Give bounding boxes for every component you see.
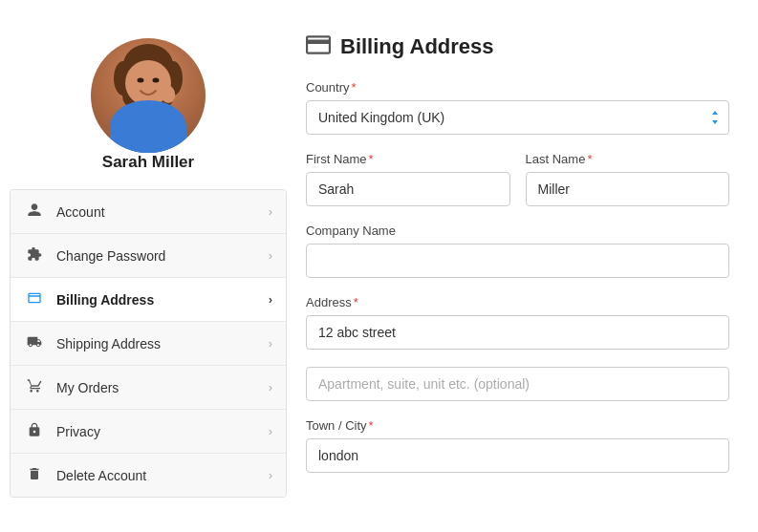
person-icon xyxy=(24,202,45,221)
chevron-icon: › xyxy=(269,424,272,438)
svg-point-7 xyxy=(138,78,144,83)
sidebar-item-account[interactable]: Account › xyxy=(11,190,286,234)
first-name-input[interactable] xyxy=(306,172,510,206)
my-orders-label: My Orders xyxy=(56,380,269,395)
company-name-group: Company Name xyxy=(306,223,729,278)
svg-point-8 xyxy=(153,78,160,83)
company-name-label: Company Name xyxy=(306,223,729,238)
city-label: Town / City* xyxy=(306,418,729,433)
first-name-label: First Name* xyxy=(306,152,510,166)
last-name-input[interactable] xyxy=(526,172,730,206)
chevron-icon: › xyxy=(269,468,272,482)
sidebar: Sarah Miller Account › Change Password › xyxy=(0,19,296,517)
billing-address-label: Billing Address xyxy=(56,292,269,308)
account-label: Account xyxy=(56,204,269,220)
name-row: First Name* Last Name* xyxy=(306,152,729,223)
sidebar-item-privacy[interactable]: Privacy › xyxy=(11,410,286,454)
trash-icon xyxy=(24,466,45,484)
shipping-address-label: Shipping Address xyxy=(56,336,269,351)
country-group: Country* United Kingdom (UK) United Stat… xyxy=(306,80,729,135)
company-name-input[interactable] xyxy=(306,244,729,278)
chevron-icon: › xyxy=(269,380,272,394)
address-input[interactable] xyxy=(306,315,729,350)
sidebar-item-shipping-address[interactable]: Shipping Address › xyxy=(11,322,286,366)
app-container: Sarah Miller Account › Change Password › xyxy=(0,0,758,532)
truck-icon xyxy=(24,334,45,352)
address2-input[interactable] xyxy=(306,367,729,401)
card-icon xyxy=(24,290,45,309)
billing-header-icon xyxy=(306,35,331,59)
svg-point-9 xyxy=(114,122,183,153)
section-header: Billing Address xyxy=(306,34,729,59)
chevron-icon: › xyxy=(269,204,272,219)
last-name-group: Last Name* xyxy=(526,152,730,206)
city-input[interactable] xyxy=(306,438,729,473)
sidebar-item-delete-account[interactable]: Delete Account › xyxy=(11,454,286,497)
avatar xyxy=(91,38,206,153)
change-password-label: Change Password xyxy=(56,248,269,264)
sidebar-item-my-orders[interactable]: My Orders › xyxy=(11,366,286,410)
main-content: Billing Address Country* United Kingdom … xyxy=(296,19,758,517)
section-title: Billing Address xyxy=(340,34,494,59)
address-group: Address* xyxy=(306,295,729,350)
country-select[interactable]: United Kingdom (UK) United States (US) C… xyxy=(306,100,729,135)
first-name-group: First Name* xyxy=(306,152,510,206)
sidebar-item-change-password[interactable]: Change Password › xyxy=(11,234,286,278)
address-label: Address* xyxy=(306,295,729,309)
cart-icon xyxy=(24,378,45,396)
sidebar-nav: Account › Change Password › Billing Addr… xyxy=(10,189,287,498)
lock-icon xyxy=(24,422,45,440)
sidebar-item-billing-address[interactable]: Billing Address › xyxy=(11,278,286,322)
country-label: Country* xyxy=(306,80,729,95)
last-name-label: Last Name* xyxy=(526,152,730,166)
puzzle-icon xyxy=(24,246,45,265)
chevron-icon: › xyxy=(269,248,272,263)
delete-account-label: Delete Account xyxy=(56,468,269,483)
country-select-wrapper: United Kingdom (UK) United States (US) C… xyxy=(306,100,729,135)
chevron-icon: › xyxy=(269,336,272,351)
user-name: Sarah Miller xyxy=(102,153,194,172)
chevron-icon: › xyxy=(269,292,272,307)
city-group: Town / City* xyxy=(306,418,729,473)
address2-group xyxy=(306,367,729,401)
privacy-label: Privacy xyxy=(56,424,269,439)
